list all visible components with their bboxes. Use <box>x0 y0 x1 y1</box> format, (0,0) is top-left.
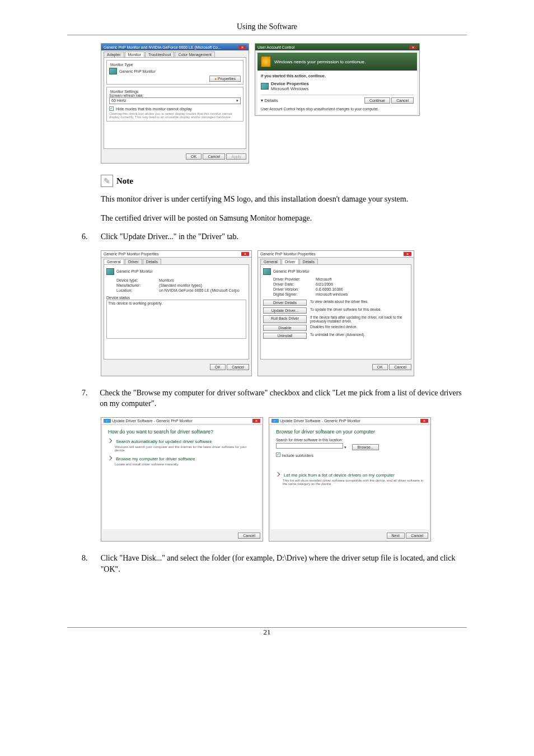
tab-driver[interactable]: Driver <box>125 259 142 264</box>
browse-button[interactable]: Browse... <box>352 444 378 450</box>
title-bar: User Account Control × <box>255 44 419 50</box>
shield-icon <box>261 56 271 67</box>
date-value: 6/21/2006 <box>316 282 409 286</box>
disable-desc: Disables the selected device. <box>310 325 409 331</box>
monitor-settings-dialog: Generic PnP Monitor and NVIDIA GeForce 6… <box>101 43 249 164</box>
app-publisher: Microsoft Windows <box>271 86 309 91</box>
status-label: Device status <box>106 296 246 300</box>
window-title: Generic PnP Monitor Properties <box>260 252 316 256</box>
update-driver-wizard-2: ← Update Driver Software - Generic PnP M… <box>269 417 431 542</box>
prov-label: Driver Provider: <box>273 277 312 281</box>
monitor-icon <box>109 68 117 74</box>
manu-label: Manufacturer: <box>116 283 156 287</box>
option-search-auto[interactable]: Search automatically for updated driver … <box>102 438 261 445</box>
note-label: Note <box>116 176 133 186</box>
ok-button[interactable]: OK <box>372 364 388 370</box>
update-driver-button[interactable]: Update Driver... <box>263 307 307 314</box>
hide-modes-desc: Clearing this check box allows you to se… <box>109 112 241 119</box>
wizard-heading: Browse for driver software on your compu… <box>270 426 429 438</box>
prov-value: Microsoft <box>316 277 409 281</box>
option-search-auto-desc: Windows will search your computer and th… <box>102 445 261 455</box>
ver-value: 6.0.6000.16386 <box>316 287 409 291</box>
tab-adapter[interactable]: Adapter <box>104 52 124 57</box>
rollback-button[interactable]: Roll Back Driver <box>263 315 307 323</box>
tab-monitor[interactable]: Monitor <box>125 52 144 57</box>
update-driver-desc: To update the driver software for this d… <box>310 307 409 314</box>
tab-general[interactable]: General <box>260 259 281 264</box>
uac-line1: If you started this action, continue. <box>261 74 414 78</box>
fieldset-label: Monitor Settings <box>109 90 140 94</box>
wizard-heading: How do you want to search for driver sof… <box>102 426 261 438</box>
loc-label: Location: <box>116 288 156 292</box>
next-button[interactable]: Next <box>387 533 405 539</box>
close-icon[interactable]: × <box>238 45 246 49</box>
close-icon[interactable]: × <box>420 419 428 423</box>
close-icon[interactable]: × <box>404 252 411 256</box>
cancel-button[interactable]: Cancel <box>389 364 411 370</box>
dtype-value: Monitors <box>159 278 246 282</box>
refresh-label: Screen refresh rate: <box>109 94 241 97</box>
tab-general[interactable]: General <box>104 259 124 264</box>
window-title: User Account Control <box>257 45 294 49</box>
device-icon <box>261 83 269 90</box>
cancel-button[interactable]: Cancel <box>203 153 225 160</box>
option-browse[interactable]: Browse my computer for driver software <box>102 455 261 463</box>
close-icon[interactable]: × <box>409 45 417 49</box>
continue-button[interactable]: Continue <box>364 97 390 104</box>
monitor-name: Generic PnP Monitor <box>119 69 156 73</box>
rollback-desc: If the device fails after updating the d… <box>310 315 409 323</box>
tab-troubleshoot[interactable]: Troubleshoot <box>145 52 175 57</box>
hide-modes-checkbox[interactable] <box>109 106 114 111</box>
title-bar: Generic PnP Monitor and NVIDIA GeForce 6… <box>101 44 249 50</box>
uac-dialog: User Account Control × Windows needs you… <box>255 43 420 116</box>
dtype-label: Device type: <box>116 278 156 282</box>
details-link[interactable]: ▾ Details <box>261 98 278 103</box>
close-icon[interactable]: × <box>241 252 249 256</box>
cancel-button[interactable]: Cancel <box>238 533 260 539</box>
arrow-icon <box>107 456 112 460</box>
tab-details[interactable]: Details <box>143 259 161 264</box>
close-icon[interactable]: × <box>252 419 260 423</box>
properties-button[interactable]: ● Properties <box>209 76 241 82</box>
page-header: Using the Software <box>67 22 467 35</box>
path-input[interactable] <box>276 443 343 449</box>
status-box: This device is working properly. <box>106 300 246 339</box>
ok-button[interactable]: OK <box>186 153 202 160</box>
note-icon: ✎ <box>101 175 113 187</box>
tab-details[interactable]: Details <box>299 259 318 264</box>
ver-label: Driver Version: <box>273 287 312 291</box>
include-subfolders-checkbox[interactable] <box>276 452 280 457</box>
ok-button[interactable]: OK <box>210 364 226 370</box>
uninstall-button[interactable]: Uninstall <box>263 333 307 339</box>
disable-button[interactable]: Disable <box>263 325 307 331</box>
sig-label: Digital Signer: <box>273 292 312 296</box>
tab-driver[interactable]: Driver <box>282 259 299 264</box>
step-7: 7. Check the "Browse my computer for dri… <box>82 388 467 409</box>
option-pick-list[interactable]: Let me pick from a list of device driver… <box>270 472 429 479</box>
monitor-icon <box>263 268 271 275</box>
cancel-button[interactable]: Cancel <box>391 97 414 104</box>
sig-value: microsoft windows <box>316 292 409 296</box>
apply-button[interactable]: Apply <box>226 153 246 160</box>
include-label: Include subfolders <box>282 454 313 458</box>
app-name: Device Properties <box>271 81 309 86</box>
cancel-button[interactable]: Cancel <box>406 533 428 539</box>
uac-banner-text: Windows needs your permission to contion… <box>274 59 366 64</box>
cancel-button[interactable]: Cancel <box>227 364 249 370</box>
search-label: Search for driver software in this locat… <box>270 438 429 442</box>
refresh-select[interactable]: 60 Hertz▾ <box>109 97 241 104</box>
page-number: 21 <box>67 628 467 637</box>
window-title: Update Driver Software - Generic PnP Mon… <box>112 419 193 423</box>
device-name: Generic PnP Monitor <box>273 269 310 273</box>
driver-details-button[interactable]: Driver Details <box>263 300 307 306</box>
step-8: 8. Click "Have Disk..." and select the f… <box>82 553 467 575</box>
device-name: Generic PnP Monitor <box>116 269 153 273</box>
tab-color[interactable]: Color Management <box>175 52 215 57</box>
hide-modes-label: Hide modes that this monitor cannot disp… <box>116 107 192 111</box>
driver-details-desc: To view details about the driver files. <box>310 300 409 306</box>
date-label: Driver Date: <box>273 282 312 286</box>
manu-value: (Standard monitor types) <box>159 283 246 287</box>
arrow-icon <box>275 472 280 477</box>
note-body-2: The certified driver will be posted on S… <box>101 213 467 224</box>
update-driver-wizard-1: ← Update Driver Software - Generic PnP M… <box>101 417 263 542</box>
